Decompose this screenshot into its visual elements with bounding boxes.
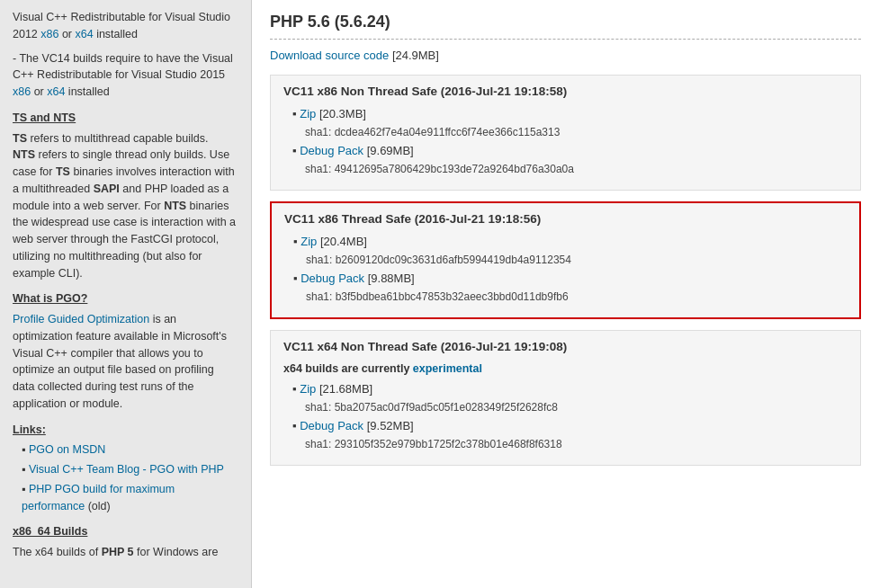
links-title: Links: bbox=[13, 422, 238, 439]
list-item: Zip [20.3MB] bbox=[292, 107, 848, 120]
sidebar-vc15-x64-link[interactable]: x64 bbox=[47, 85, 65, 98]
list-item: Visual C++ Team Blog - PGO with PHP bbox=[22, 461, 238, 478]
sha1-value: sha1: dcdea462f7e4a04e911ffcc6f74ee366c1… bbox=[305, 126, 848, 138]
main-content: PHP 5.6 (5.6.24) Download source code [2… bbox=[252, 0, 879, 588]
debug-pack-size: [9.69MB] bbox=[367, 144, 414, 157]
vc-team-blog-link[interactable]: Visual C++ Team Blog - PGO with PHP bbox=[29, 463, 224, 476]
ts-nts-title: TS and NTS bbox=[13, 110, 238, 127]
sidebar-vc12-x86-link[interactable]: x86 bbox=[40, 28, 58, 40]
sidebar-vc12-x64-link[interactable]: x64 bbox=[76, 28, 94, 40]
package-list: Zip [20.4MB] sha1: b2609120dc09c3631d6af… bbox=[284, 235, 847, 303]
download-source-link[interactable]: Download source code bbox=[270, 49, 389, 62]
list-item: Debug Pack [9.88MB] bbox=[293, 272, 847, 285]
sha1-value: sha1: b2609120dc09c3631d6afb5994419db4a9… bbox=[306, 254, 847, 266]
vc11-x86-nts-section: VC11 x86 Non Thread Safe (2016-Jul-21 19… bbox=[270, 75, 861, 191]
debug-pack-link[interactable]: Debug Pack bbox=[300, 144, 363, 157]
pgo-title: What is PGO? bbox=[13, 290, 238, 307]
vc11-x86-ts-section: VC11 x86 Thread Safe (2016-Jul-21 19:18:… bbox=[270, 201, 861, 319]
list-item: Debug Pack [9.52MB] bbox=[292, 419, 848, 432]
vc11-x64-nts-section: VC11 x64 Non Thread Safe (2016-Jul-21 19… bbox=[270, 330, 861, 466]
list-item: PHP PGO build for maximum performance (o… bbox=[22, 481, 238, 515]
x86-64-title: x86_64 Builds bbox=[13, 523, 238, 540]
download-source-row: Download source code [24.9MB] bbox=[270, 49, 861, 62]
section-title: VC11 x64 Non Thread Safe (2016-Jul-21 19… bbox=[283, 340, 848, 353]
sidebar-vc15-x86-link[interactable]: x86 bbox=[13, 85, 31, 98]
package-list: Zip [21.68MB] sha1: 5ba2075ac0d7f9ad5c05… bbox=[283, 382, 848, 450]
section-title: VC11 x86 Non Thread Safe (2016-Jul-21 19… bbox=[283, 85, 848, 98]
links-list: PGO on MSDN Visual C++ Team Blog - PGO w… bbox=[13, 441, 238, 514]
experimental-link[interactable]: experimental bbox=[413, 362, 482, 375]
download-source-size: [24.9MB] bbox=[392, 49, 439, 62]
list-item: Zip [20.4MB] bbox=[293, 235, 847, 248]
debug-pack-size: [9.52MB] bbox=[367, 419, 414, 432]
debug-pack-link[interactable]: Debug Pack bbox=[300, 272, 364, 285]
sha1-value: sha1: 49412695a7806429bc193de72a9264bd76… bbox=[305, 163, 848, 175]
section-title: VC11 x86 Thread Safe (2016-Jul-21 19:18:… bbox=[284, 212, 847, 226]
debug-pack-size: [9.88MB] bbox=[368, 272, 415, 285]
package-list: Zip [20.3MB] sha1: dcdea462f7e4a04e911ff… bbox=[283, 107, 848, 175]
sha1-value: sha1: 5ba2075ac0d7f9ad5c05f1e028349f25f2… bbox=[305, 401, 848, 414]
zip-link[interactable]: Zip bbox=[300, 235, 317, 248]
pgo-description: Profile Guided Optimization is an optimi… bbox=[13, 311, 238, 413]
sidebar-vc15-intro: - The VC14 builds require to have the Vi… bbox=[13, 50, 238, 101]
list-item: Debug Pack [9.69MB] bbox=[292, 144, 848, 157]
sidebar: Visual C++ Redistributable for Visual St… bbox=[0, 0, 252, 588]
pgo-msdn-link[interactable]: Profile Guided Optimization bbox=[13, 313, 149, 325]
experimental-note: x64 builds are currently experimental bbox=[283, 362, 848, 375]
pgo-msdn-item-link[interactable]: PGO on MSDN bbox=[29, 443, 105, 456]
ts-nts-description: TS refers to multithread capable builds.… bbox=[13, 130, 238, 282]
page-title: PHP 5.6 (5.6.24) bbox=[270, 13, 861, 40]
debug-pack-link[interactable]: Debug Pack bbox=[300, 419, 363, 432]
list-item: PGO on MSDN bbox=[22, 441, 238, 459]
sidebar-vc12-intro: Visual C++ Redistributable for Visual St… bbox=[13, 9, 238, 43]
zip-size: [20.3MB] bbox=[319, 107, 366, 120]
zip-link[interactable]: Zip bbox=[300, 382, 316, 396]
zip-size: [21.68MB] bbox=[319, 382, 372, 396]
sha1-value: sha1: b3f5bdbea61bbc47853b32aeec3bbd0d11… bbox=[306, 290, 847, 303]
list-item: Zip [21.68MB] bbox=[292, 382, 848, 396]
x86-64-description: The x64 builds of PHP 5 for Windows are bbox=[13, 544, 238, 561]
sha1-value: sha1: 293105f352e979bb1725f2c378b01e468f… bbox=[305, 438, 848, 450]
zip-size: [20.4MB] bbox=[320, 235, 367, 248]
zip-link[interactable]: Zip bbox=[300, 107, 316, 120]
